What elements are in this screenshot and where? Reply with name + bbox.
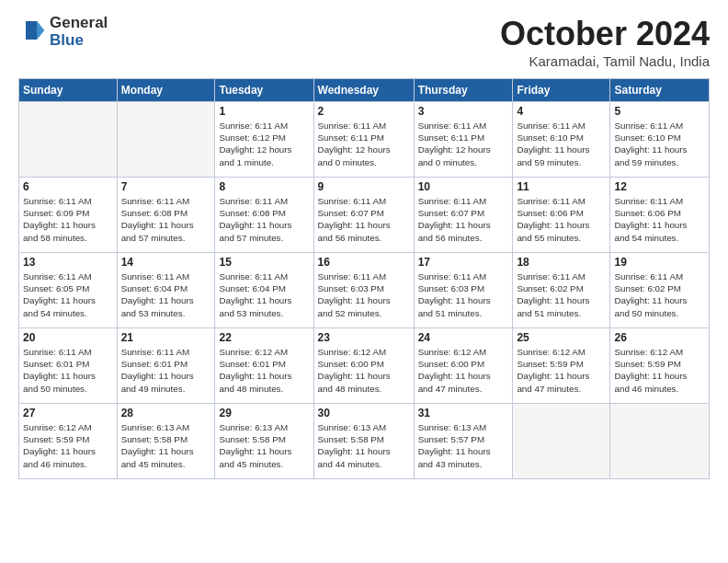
calendar-cell: 22Sunrise: 6:12 AMSunset: 6:01 PMDayligh…	[215, 328, 313, 404]
cell-day-number: 9	[318, 180, 410, 193]
calendar-cell	[610, 404, 710, 479]
col-header-sunday: Sunday	[19, 79, 118, 102]
cell-day-number: 10	[418, 180, 509, 193]
cell-day-number: 29	[219, 407, 309, 419]
cell-info: Sunrise: 6:12 AMSunset: 6:00 PMDaylight:…	[318, 346, 410, 395]
col-header-tuesday: Tuesday	[215, 79, 313, 102]
cell-day-number: 27	[23, 407, 113, 419]
calendar-cell: 17Sunrise: 6:11 AMSunset: 6:03 PMDayligh…	[414, 253, 513, 328]
cell-day-number: 28	[121, 407, 211, 419]
calendar-cell: 23Sunrise: 6:12 AMSunset: 6:00 PMDayligh…	[313, 328, 414, 404]
svg-marker-1	[37, 21, 44, 40]
cell-day-number: 13	[23, 256, 113, 269]
calendar-cell: 26Sunrise: 6:12 AMSunset: 5:59 PMDayligh…	[610, 328, 710, 404]
cell-info: Sunrise: 6:11 AMSunset: 6:11 PMDaylight:…	[318, 120, 410, 168]
logo-blue: Blue	[50, 32, 108, 50]
calendar-week-1: 6Sunrise: 6:11 AMSunset: 6:09 PMDaylight…	[19, 178, 710, 253]
cell-info: Sunrise: 6:12 AMSunset: 5:59 PMDaylight:…	[614, 346, 705, 395]
calendar-cell: 3Sunrise: 6:11 AMSunset: 6:11 PMDaylight…	[414, 102, 513, 178]
cell-info: Sunrise: 6:11 AMSunset: 6:11 PMDaylight:…	[418, 120, 509, 168]
cell-day-number: 26	[614, 331, 705, 344]
cell-info: Sunrise: 6:11 AMSunset: 6:10 PMDaylight:…	[517, 120, 606, 168]
cell-info: Sunrise: 6:11 AMSunset: 6:01 PMDaylight:…	[121, 346, 211, 395]
calendar-cell: 30Sunrise: 6:13 AMSunset: 5:58 PMDayligh…	[313, 404, 414, 479]
cell-day-number: 24	[418, 331, 509, 344]
cell-info: Sunrise: 6:11 AMSunset: 6:06 PMDaylight:…	[614, 195, 705, 244]
cell-day-number: 7	[121, 180, 211, 193]
cell-info: Sunrise: 6:12 AMSunset: 5:59 PMDaylight:…	[23, 421, 113, 470]
calendar-cell: 5Sunrise: 6:11 AMSunset: 6:10 PMDaylight…	[610, 102, 710, 178]
cell-info: Sunrise: 6:12 AMSunset: 6:01 PMDaylight:…	[219, 346, 309, 395]
calendar-cell: 20Sunrise: 6:11 AMSunset: 6:01 PMDayligh…	[19, 328, 118, 404]
month-title: October 2024	[500, 15, 710, 53]
calendar-cell: 31Sunrise: 6:13 AMSunset: 5:57 PMDayligh…	[414, 404, 513, 479]
cell-day-number: 22	[219, 331, 309, 344]
cell-info: Sunrise: 6:13 AMSunset: 5:58 PMDaylight:…	[121, 421, 211, 470]
cell-day-number: 23	[318, 331, 410, 344]
cell-info: Sunrise: 6:13 AMSunset: 5:58 PMDaylight:…	[318, 421, 410, 470]
col-header-thursday: Thursday	[414, 79, 513, 102]
cell-info: Sunrise: 6:11 AMSunset: 6:07 PMDaylight:…	[418, 195, 509, 244]
location: Karamadai, Tamil Nadu, India	[500, 53, 710, 69]
cell-day-number: 31	[418, 407, 509, 419]
calendar-table: SundayMondayTuesdayWednesdayThursdayFrid…	[18, 78, 710, 479]
cell-info: Sunrise: 6:11 AMSunset: 6:08 PMDaylight:…	[121, 195, 211, 244]
cell-day-number: 6	[23, 180, 113, 193]
cell-info: Sunrise: 6:11 AMSunset: 6:05 PMDaylight:…	[23, 270, 113, 319]
cell-info: Sunrise: 6:11 AMSunset: 6:12 PMDaylight:…	[219, 120, 309, 168]
cell-day-number: 30	[318, 407, 410, 419]
logo-general: General	[50, 15, 108, 32]
calendar-cell: 1Sunrise: 6:11 AMSunset: 6:12 PMDaylight…	[215, 102, 313, 178]
cell-info: Sunrise: 6:11 AMSunset: 6:03 PMDaylight:…	[318, 270, 410, 319]
calendar-cell: 19Sunrise: 6:11 AMSunset: 6:02 PMDayligh…	[610, 253, 710, 328]
page: General Blue October 2024 Karamadai, Tam…	[0, 0, 728, 563]
cell-day-number: 2	[318, 105, 410, 118]
calendar-cell: 14Sunrise: 6:11 AMSunset: 6:04 PMDayligh…	[117, 253, 215, 328]
cell-day-number: 1	[219, 105, 309, 118]
cell-info: Sunrise: 6:11 AMSunset: 6:02 PMDaylight:…	[614, 270, 705, 319]
calendar-week-4: 27Sunrise: 6:12 AMSunset: 5:59 PMDayligh…	[19, 404, 710, 479]
cell-day-number: 3	[418, 105, 509, 118]
cell-day-number: 11	[517, 180, 606, 193]
calendar-cell	[19, 102, 118, 178]
cell-day-number: 12	[614, 180, 705, 193]
title-block: October 2024 Karamadai, Tamil Nadu, Indi…	[500, 15, 710, 69]
calendar-cell: 9Sunrise: 6:11 AMSunset: 6:07 PMDaylight…	[313, 178, 414, 253]
calendar-cell: 8Sunrise: 6:11 AMSunset: 6:08 PMDaylight…	[215, 178, 313, 253]
cell-info: Sunrise: 6:13 AMSunset: 5:57 PMDaylight:…	[418, 421, 509, 470]
logo-icon	[18, 17, 46, 44]
cell-day-number: 21	[121, 331, 211, 344]
col-header-friday: Friday	[513, 79, 610, 102]
cell-day-number: 20	[23, 331, 113, 344]
cell-day-number: 14	[121, 256, 211, 269]
cell-info: Sunrise: 6:11 AMSunset: 6:04 PMDaylight:…	[219, 270, 309, 319]
cell-info: Sunrise: 6:11 AMSunset: 6:03 PMDaylight:…	[418, 270, 509, 319]
calendar-cell: 25Sunrise: 6:12 AMSunset: 5:59 PMDayligh…	[513, 328, 610, 404]
calendar-cell	[117, 102, 215, 178]
calendar-cell: 4Sunrise: 6:11 AMSunset: 6:10 PMDaylight…	[513, 102, 610, 178]
calendar-cell: 28Sunrise: 6:13 AMSunset: 5:58 PMDayligh…	[117, 404, 215, 479]
cell-info: Sunrise: 6:11 AMSunset: 6:04 PMDaylight:…	[121, 270, 211, 319]
cell-day-number: 25	[517, 331, 606, 344]
calendar-cell: 16Sunrise: 6:11 AMSunset: 6:03 PMDayligh…	[313, 253, 414, 328]
cell-info: Sunrise: 6:11 AMSunset: 6:06 PMDaylight:…	[517, 195, 606, 244]
cell-info: Sunrise: 6:11 AMSunset: 6:09 PMDaylight:…	[23, 195, 113, 244]
calendar-header-row: SundayMondayTuesdayWednesdayThursdayFrid…	[19, 79, 710, 102]
calendar-cell: 29Sunrise: 6:13 AMSunset: 5:58 PMDayligh…	[215, 404, 313, 479]
header: General Blue October 2024 Karamadai, Tam…	[18, 15, 710, 69]
calendar-cell: 18Sunrise: 6:11 AMSunset: 6:02 PMDayligh…	[513, 253, 610, 328]
cell-info: Sunrise: 6:11 AMSunset: 6:07 PMDaylight:…	[318, 195, 410, 244]
calendar-cell: 11Sunrise: 6:11 AMSunset: 6:06 PMDayligh…	[513, 178, 610, 253]
calendar-cell	[513, 404, 610, 479]
col-header-wednesday: Wednesday	[313, 79, 414, 102]
cell-day-number: 15	[219, 256, 309, 269]
calendar-cell: 2Sunrise: 6:11 AMSunset: 6:11 PMDaylight…	[313, 102, 414, 178]
cell-day-number: 8	[219, 180, 309, 193]
calendar-cell: 10Sunrise: 6:11 AMSunset: 6:07 PMDayligh…	[414, 178, 513, 253]
cell-info: Sunrise: 6:11 AMSunset: 6:01 PMDaylight:…	[23, 346, 113, 395]
calendar-cell: 12Sunrise: 6:11 AMSunset: 6:06 PMDayligh…	[610, 178, 710, 253]
cell-day-number: 4	[517, 105, 606, 118]
cell-day-number: 5	[614, 105, 705, 118]
cell-info: Sunrise: 6:11 AMSunset: 6:02 PMDaylight:…	[517, 270, 606, 319]
logo: General Blue	[18, 15, 108, 49]
